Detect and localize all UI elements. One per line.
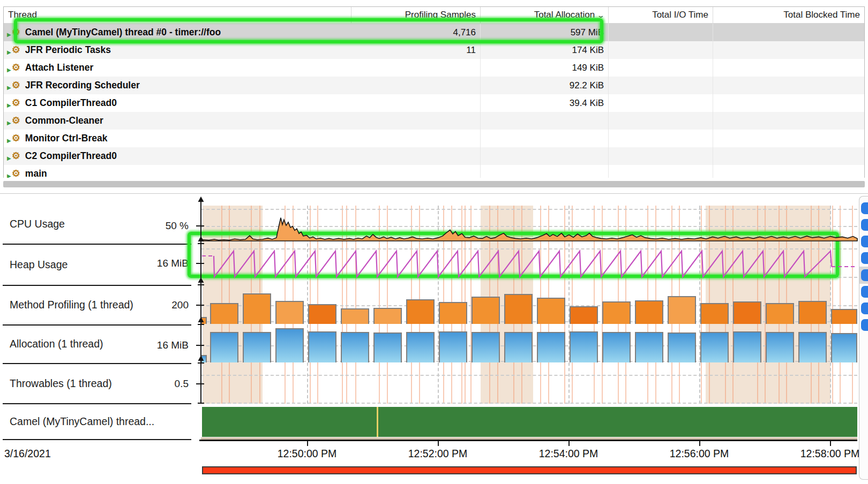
lane-toggle-button-4[interactable] bbox=[861, 252, 868, 264]
lane-toggle-button-5[interactable] bbox=[861, 269, 868, 281]
lane-toggle-button-1[interactable] bbox=[861, 202, 868, 214]
lane-toggle-button-6[interactable] bbox=[861, 286, 868, 298]
lane-toggle-button-3[interactable] bbox=[861, 236, 868, 247]
lane-toggle-button-2[interactable] bbox=[861, 219, 868, 231]
lane-toggle-button-7[interactable] bbox=[861, 303, 868, 314]
chart-svg-overlay bbox=[0, 0, 868, 484]
jmc-threads-view: ThreadProfiling SamplesTotal Allocation⌄… bbox=[0, 0, 868, 484]
lane-toggle-button-8[interactable] bbox=[861, 319, 868, 331]
